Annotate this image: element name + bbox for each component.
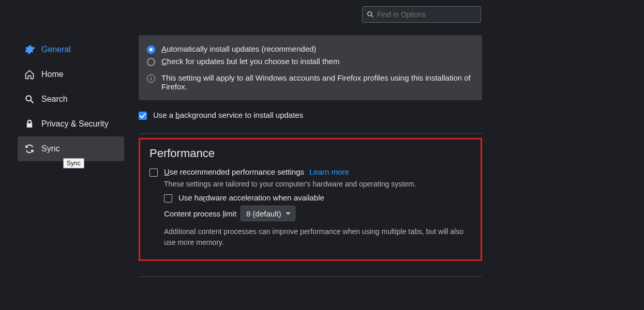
checkbox-icon[interactable] (149, 168, 158, 177)
tooltip-sync: Sync (63, 158, 84, 168)
content-process-limit-row: Content process limit 8 (default) (164, 206, 471, 221)
radio-label: Automatically install updates (recommend… (161, 44, 316, 53)
sidebar-item-label: Sync (41, 144, 60, 153)
home-icon (24, 69, 35, 80)
sidebar-item-privacy[interactable]: Privacy & Security (18, 112, 124, 136)
magnify-icon (24, 94, 35, 105)
checkbox-recommended-settings[interactable]: Use recommended performance settings Lea… (149, 167, 471, 177)
sidebar-item-general[interactable]: General (18, 37, 124, 62)
lock-icon (24, 118, 35, 130)
radio-auto-install[interactable]: Automatically install updates (recommend… (147, 44, 474, 54)
performance-heading: Performance (149, 147, 471, 160)
gear-icon (24, 44, 35, 55)
sidebar-item-label: Search (41, 95, 68, 104)
main-content: Automatically install updates (recommend… (139, 35, 482, 277)
info-text: This setting will apply to all Windows a… (161, 73, 474, 91)
divider (139, 276, 482, 277)
checkbox-label: Use hardware acceleration when available (178, 193, 324, 202)
radio-icon[interactable] (147, 58, 155, 66)
svg-point-0 (368, 12, 372, 16)
sidebar-item-label: General (41, 45, 71, 54)
learn-more-link[interactable]: Learn more (309, 167, 349, 176)
updates-panel: Automatically install updates (recommend… (139, 35, 482, 100)
sidebar-item-label: Privacy & Security (41, 119, 109, 129)
search-input[interactable] (377, 10, 476, 19)
search-container[interactable] (362, 6, 481, 23)
sidebar: General Home Search Privacy & Security S… (18, 37, 124, 161)
sidebar-item-search[interactable]: Search (18, 87, 124, 112)
select-value: 8 (default) (246, 209, 281, 218)
checkbox-background-service[interactable]: Use a background service to install upda… (139, 111, 482, 120)
info-row: i This setting will apply to all Windows… (147, 73, 474, 91)
checkbox-label: Use a background service to install upda… (153, 111, 303, 119)
performance-section: Performance Use recommended performance … (139, 138, 482, 261)
radio-label: Check for updates but let you choose to … (161, 57, 339, 66)
info-icon: i (147, 74, 155, 83)
search-icon (367, 11, 374, 18)
checkbox-icon[interactable] (164, 194, 172, 203)
checkbox-icon[interactable] (139, 112, 147, 120)
process-note: Additional content processes can improve… (164, 226, 471, 248)
tailored-text: These settings are tailored to your comp… (164, 180, 471, 188)
sidebar-item-home[interactable]: Home (18, 62, 124, 87)
sidebar-item-sync[interactable]: Sync (18, 136, 124, 161)
content-process-limit-label: Content process limit (164, 209, 236, 218)
checkbox-hardware-accel[interactable]: Use hardware acceleration when available (164, 193, 471, 203)
sync-icon (24, 143, 35, 154)
radio-icon[interactable] (147, 45, 155, 54)
content-process-limit-select[interactable]: 8 (default) (241, 206, 295, 221)
svg-line-3 (31, 101, 34, 103)
radio-check-updates[interactable]: Check for updates but let you choose to … (147, 57, 474, 66)
checkbox-label: Use recommended performance settings (164, 167, 304, 176)
divider (139, 133, 482, 134)
svg-line-1 (371, 16, 373, 18)
sidebar-item-label: Home (41, 70, 64, 79)
svg-point-2 (26, 96, 31, 101)
